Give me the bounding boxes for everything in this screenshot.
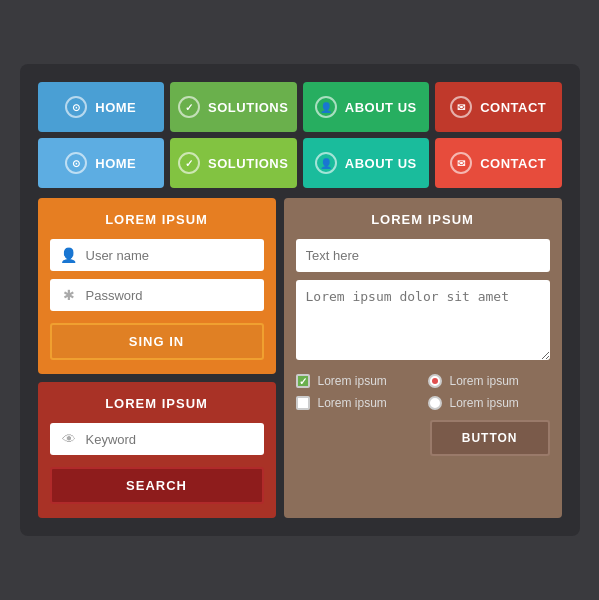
- text-input[interactable]: [296, 239, 550, 272]
- textarea-input[interactable]: [296, 280, 550, 360]
- panels-row: LOREM IPSUM 👤 ✱ SING IN LOREM IPSUM 👁: [38, 198, 562, 518]
- search-panel: LOREM IPSUM 👁 SEARCH: [38, 382, 276, 518]
- right-panel: LOREM IPSUM ✓ Lorem ipsum Lorem ipsum: [284, 198, 562, 518]
- username-field: 👤: [50, 239, 264, 271]
- login-panel-title: LOREM IPSUM: [50, 212, 264, 227]
- keyword-field: 👁: [50, 423, 264, 455]
- search-button[interactable]: SEARCH: [50, 467, 264, 504]
- password-field: ✱: [50, 279, 264, 311]
- form-options: ✓ Lorem ipsum Lorem ipsum Lorem ipsum: [296, 374, 550, 410]
- solutions-icon-2: ✓: [178, 152, 200, 174]
- radio-item-1: Lorem ipsum: [428, 374, 550, 388]
- nav-home-1[interactable]: ⊙ HOME: [38, 82, 165, 132]
- aboutus-icon-2: 👤: [315, 152, 337, 174]
- radio-1[interactable]: [428, 374, 442, 388]
- radio-col: Lorem ipsum Lorem ipsum: [428, 374, 550, 410]
- search-panel-title: LOREM IPSUM: [50, 396, 264, 411]
- contact-icon-1: ✉: [450, 96, 472, 118]
- checkbox-1[interactable]: ✓: [296, 374, 310, 388]
- nav-aboutus-1[interactable]: 👤 ABOUT US: [303, 82, 430, 132]
- checkbox-item-2: Lorem ipsum: [296, 396, 418, 410]
- nav-contact-1[interactable]: ✉ CONTACT: [435, 82, 562, 132]
- home-icon-1: ⊙: [65, 96, 87, 118]
- search-icon: 👁: [60, 431, 78, 447]
- login-panel: LOREM IPSUM 👤 ✱ SING IN: [38, 198, 276, 374]
- submit-button[interactable]: BUTTON: [430, 420, 550, 456]
- radio-item-2: Lorem ipsum: [428, 396, 550, 410]
- checkbox-col: ✓ Lorem ipsum Lorem ipsum: [296, 374, 418, 410]
- nav-home-2[interactable]: ⊙ HOME: [38, 138, 165, 188]
- nav-row-2: ⊙ HOME ✓ SOLUTIONS 👤 ABOUT US ✉ CONTACT: [38, 138, 562, 188]
- nav-row-1: ⊙ HOME ✓ SOLUTIONS 👤 ABOUT US ✉ CONTACT: [38, 82, 562, 132]
- password-icon: ✱: [60, 287, 78, 303]
- main-container: ⊙ HOME ✓ SOLUTIONS 👤 ABOUT US ✉ CONTACT …: [20, 64, 580, 536]
- aboutus-icon-1: 👤: [315, 96, 337, 118]
- nav-contact-2[interactable]: ✉ CONTACT: [435, 138, 562, 188]
- left-panel: LOREM IPSUM 👤 ✱ SING IN LOREM IPSUM 👁: [38, 198, 276, 518]
- checkbox-2[interactable]: [296, 396, 310, 410]
- contact-icon-2: ✉: [450, 152, 472, 174]
- home-icon-2: ⊙: [65, 152, 87, 174]
- username-input[interactable]: [86, 248, 254, 263]
- keyword-input[interactable]: [86, 432, 254, 447]
- user-icon: 👤: [60, 247, 78, 263]
- nav-aboutus-2[interactable]: 👤 ABOUT US: [303, 138, 430, 188]
- checkbox-item-1: ✓ Lorem ipsum: [296, 374, 418, 388]
- password-input[interactable]: [86, 288, 254, 303]
- solutions-icon-1: ✓: [178, 96, 200, 118]
- signin-button[interactable]: SING IN: [50, 323, 264, 360]
- radio-2[interactable]: [428, 396, 442, 410]
- submit-row: BUTTON: [296, 420, 550, 456]
- nav-solutions-2[interactable]: ✓ SOLUTIONS: [170, 138, 297, 188]
- right-panel-title: LOREM IPSUM: [296, 212, 550, 227]
- nav-solutions-1[interactable]: ✓ SOLUTIONS: [170, 82, 297, 132]
